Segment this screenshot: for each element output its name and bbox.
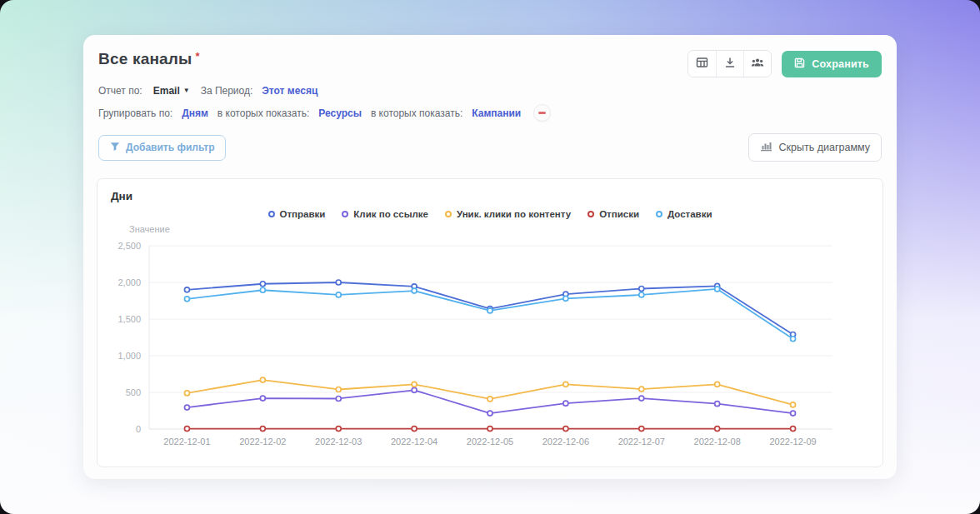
svg-text:2022-12-07: 2022-12-07	[618, 437, 665, 447]
report-by-label: Отчет по:	[98, 85, 142, 97]
table-icon	[696, 57, 708, 71]
svg-text:2022-12-04: 2022-12-04	[391, 437, 438, 447]
chart-area: 05001,0001,5002,0002,500Значение2022-12-…	[111, 224, 869, 467]
legend-marker-icon	[588, 211, 594, 217]
app-background: Все каналы*	[0, 0, 980, 514]
svg-text:2022-12-09: 2022-12-09	[769, 437, 816, 447]
chart-legend: ОтправкиКлик по ссылкеУник. клики по кон…	[111, 209, 869, 219]
svg-text:2022-12-03: 2022-12-03	[315, 437, 362, 447]
audience-button[interactable]	[743, 51, 771, 77]
bar-chart-icon	[760, 141, 772, 154]
filter-icon	[110, 142, 120, 154]
show-in-label-1: в которых показать:	[218, 107, 309, 119]
svg-text:2022-12-08: 2022-12-08	[694, 437, 741, 447]
page-title: Все каналы*	[98, 50, 200, 68]
users-icon	[751, 57, 764, 71]
hide-chart-label: Скрыть диаграмму	[779, 142, 870, 153]
legend-item-3[interactable]: Отписки	[588, 209, 639, 219]
show-in-label-2: в которых показать:	[371, 107, 462, 119]
legend-label: Доставки	[668, 209, 712, 219]
add-filter-label: Добавить фильтр	[126, 142, 214, 153]
save-icon	[794, 57, 805, 71]
legend-marker-icon	[268, 211, 275, 217]
report-by-value: Email	[153, 85, 180, 97]
svg-text:2,000: 2,000	[118, 277, 141, 287]
svg-text:500: 500	[126, 387, 141, 397]
legend-marker-icon	[445, 211, 452, 217]
svg-text:Значение: Значение	[129, 224, 170, 234]
chart-panel: Дни ОтправкиКлик по ссылкеУник. клики по…	[97, 178, 883, 467]
svg-text:2022-12-02: 2022-12-02	[239, 437, 286, 447]
period-value-link[interactable]: Этот месяц	[262, 85, 318, 97]
svg-text:0: 0	[136, 424, 141, 434]
legend-item-4[interactable]: Доставки	[656, 209, 712, 219]
chevron-down-icon: ▼	[183, 87, 190, 94]
view-options-group	[688, 50, 772, 77]
svg-text:2022-12-01: 2022-12-01	[163, 437, 210, 447]
download-icon	[724, 57, 736, 71]
download-button[interactable]	[716, 51, 743, 77]
report-card: Все каналы*	[83, 35, 897, 479]
chart-panel-title: Дни	[111, 190, 869, 202]
svg-text:2022-12-06: 2022-12-06	[542, 437, 589, 447]
legend-label: Клик по ссылке	[353, 209, 428, 219]
actions-row: Добавить фильтр Скрыть диаграмму	[97, 133, 883, 162]
group-by-label: Групировать по:	[98, 107, 172, 119]
report-header: Все каналы*	[97, 47, 883, 77]
group-by-value-link[interactable]: Дням	[182, 107, 208, 119]
legend-marker-icon	[656, 211, 662, 217]
legend-label: Отписки	[599, 209, 639, 219]
period-label: За Период:	[201, 85, 253, 97]
save-button[interactable]: Сохранить	[782, 51, 882, 77]
minus-icon	[538, 112, 546, 114]
legend-item-2[interactable]: Уник. клики по контенту	[445, 209, 571, 219]
add-filter-button[interactable]: Добавить фильтр	[98, 135, 226, 161]
svg-text:1,000: 1,000	[118, 351, 141, 361]
table-view-button[interactable]	[688, 51, 716, 77]
legend-item-0[interactable]: Отправки	[268, 209, 326, 219]
filter-row-report: Отчет по: Email ▼ За Период: Этот месяц	[97, 85, 883, 97]
save-button-label: Сохранить	[812, 58, 869, 70]
line-chart: 05001,0001,5002,0002,500Значение2022-12-…	[111, 224, 883, 467]
required-asterisk: *	[196, 50, 200, 62]
remove-grouping-button[interactable]	[533, 104, 551, 122]
hide-chart-button[interactable]: Скрыть диаграмму	[748, 133, 882, 162]
legend-label: Уник. клики по контенту	[457, 209, 571, 219]
report-title: Все каналы	[98, 50, 192, 67]
svg-text:2022-12-05: 2022-12-05	[467, 437, 513, 447]
svg-text:1,500: 1,500	[118, 314, 141, 324]
report-by-dropdown[interactable]: Email ▼	[153, 85, 190, 97]
svg-text:2,500: 2,500	[118, 241, 141, 251]
show-in-value-1-link[interactable]: Ресурсы	[318, 107, 362, 119]
filter-row-grouping: Групировать по: Дням в которых показать:…	[97, 104, 883, 122]
show-in-value-2-link[interactable]: Кампании	[472, 107, 521, 119]
legend-marker-icon	[342, 211, 348, 217]
legend-item-1[interactable]: Клик по ссылке	[342, 209, 428, 219]
legend-label: Отправки	[280, 209, 326, 219]
